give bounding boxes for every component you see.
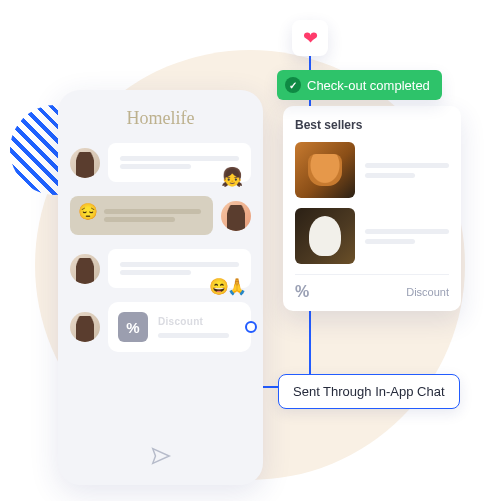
- avatar: [70, 148, 100, 178]
- emoji-girl-icon: 👧: [221, 166, 243, 188]
- promo-bubble[interactable]: % Discount: [108, 302, 251, 352]
- emoji-reaction-icons: 😄🙏: [209, 277, 245, 296]
- avatar: [70, 254, 100, 284]
- phone-mock: Homelife 👧 😔 😄🙏 % Discount: [58, 90, 263, 485]
- chat-row: 😔: [70, 196, 251, 235]
- best-sellers-card: Best sellers % Discount: [283, 106, 461, 311]
- chat-bubble: 😔: [70, 196, 213, 235]
- checkout-banner-text: Check-out completed: [307, 78, 430, 93]
- best-sellers-title: Best sellers: [295, 118, 449, 132]
- callout-label: Sent Through In-App Chat: [278, 374, 460, 409]
- product-text-placeholder: [365, 224, 449, 249]
- heart-icon: ❤: [303, 27, 318, 49]
- percent-icon: %: [295, 283, 309, 301]
- product-text-placeholder: [365, 158, 449, 183]
- avatar: [221, 201, 251, 231]
- chat-row: 👧: [70, 143, 251, 182]
- discount-label: Discount: [406, 286, 449, 298]
- chat-bubble: 😄🙏: [108, 249, 251, 288]
- check-icon: ✓: [285, 77, 301, 93]
- chat-bubble: 👧: [108, 143, 251, 182]
- percent-icon: %: [118, 312, 148, 342]
- checkout-banner: ✓ Check-out completed: [277, 70, 442, 100]
- product-thumb: [295, 208, 355, 264]
- app-brand: Homelife: [70, 108, 251, 129]
- callout-text: Sent Through In-App Chat: [293, 384, 445, 399]
- product-row[interactable]: [295, 208, 449, 264]
- emoji-sad-icon: 😔: [78, 202, 98, 221]
- chat-row: % Discount: [70, 302, 251, 352]
- product-row[interactable]: [295, 142, 449, 198]
- avatar: [70, 312, 100, 342]
- product-thumb: [295, 142, 355, 198]
- chat-row: 😄🙏: [70, 249, 251, 288]
- promo-label: Discount: [158, 316, 241, 327]
- flow-node: [245, 321, 257, 333]
- send-icon[interactable]: [150, 445, 172, 471]
- favorite-card: ❤: [292, 20, 328, 56]
